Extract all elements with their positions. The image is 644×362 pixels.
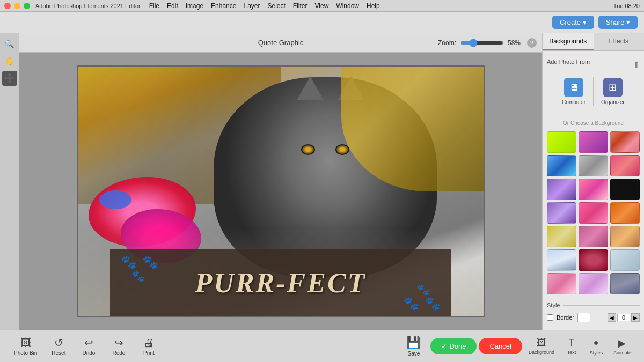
banner-text: PURR-FECT	[195, 267, 367, 299]
border-checkbox[interactable]	[547, 314, 553, 321]
bg-swatch-10[interactable]	[579, 202, 608, 224]
redo-label: Redo	[112, 350, 125, 356]
border-color-swatch[interactable]	[577, 313, 590, 322]
background-tool-button[interactable]: 🖼 Background	[524, 335, 559, 358]
bg-swatch-5[interactable]	[610, 155, 640, 176]
titlebar-right: Tue 08:20	[613, 3, 640, 9]
text-tool-label: Text	[567, 350, 576, 355]
minimize-button[interactable]	[14, 3, 20, 9]
organizer-source-button[interactable]: ⊞ Organizer	[598, 75, 628, 108]
animate-tool-label: Animate	[613, 350, 631, 356]
computer-icon: 🖥	[564, 78, 583, 97]
bg-swatch-20[interactable]	[610, 273, 640, 294]
menu-enhance[interactable]: Enhance	[208, 1, 239, 11]
menu-help[interactable]: Help	[363, 1, 383, 11]
canvas-title: Quote Graphic	[258, 39, 304, 47]
menu-image[interactable]: Image	[182, 1, 207, 11]
bg-swatch-11[interactable]	[610, 202, 640, 224]
action-bar: Create ▾ Share ▾	[0, 12, 644, 33]
menu-view[interactable]: View	[312, 1, 332, 11]
add-tool[interactable]: ➕	[2, 71, 17, 86]
share-button[interactable]: Share ▾	[598, 16, 638, 29]
bg-swatch-4[interactable]	[579, 155, 608, 176]
add-photo-section: Add Photo From ⬆ 🖥 Computer ⊞ Organizer	[547, 55, 640, 118]
left-toolbar: 🔍 ✋ ➕	[0, 33, 19, 330]
titlebar: Adobe Photoshop Elements 2021 Editor Fil…	[0, 0, 644, 12]
reset-icon: ↺	[54, 336, 63, 349]
photo-bin-icon: 🖼	[20, 337, 31, 349]
bg-swatch-18[interactable]	[547, 273, 576, 294]
bg-swatch-16[interactable]	[579, 249, 608, 271]
done-button[interactable]: ✓ Done	[430, 338, 477, 354]
bg-swatch-12[interactable]	[547, 226, 576, 247]
help-button[interactable]: ?	[527, 38, 537, 48]
close-button[interactable]	[4, 3, 11, 9]
panel-collapse-icon[interactable]: ⬆	[633, 60, 640, 70]
bg-swatch-19[interactable]	[579, 273, 608, 294]
photo-bin-button[interactable]: 🖼 Photo Bin	[9, 335, 42, 358]
text-tool-button[interactable]: T Text	[560, 335, 583, 358]
style-section: Style Border ◀ 0 ▶	[547, 299, 640, 326]
main-layout: 🔍 ✋ ➕ Quote Graphic Zoom: 58% ?	[0, 33, 644, 330]
panel-content: Add Photo From ⬆ 🖥 Computer ⊞ Organizer	[543, 51, 644, 330]
tab-effects[interactable]: Effects	[594, 33, 645, 50]
undo-label: Undo	[82, 350, 95, 356]
bottom-toolbar: 🖼 Photo Bin ↺ Reset ↩ Undo ↪ Redo 🖨 Prin…	[0, 330, 644, 362]
canvas-header: Quote Graphic Zoom: 58% ?	[19, 33, 542, 53]
quote-banner: 🐾 🐾 🐾 PURR-FECT 🐾 🐾 🐾	[110, 249, 451, 316]
photo-bin-label: Photo Bin	[14, 350, 37, 356]
create-button[interactable]: Create ▾	[552, 16, 594, 29]
background-tool-label: Background	[529, 350, 554, 355]
border-size-increment[interactable]: ▶	[631, 313, 640, 322]
zoom-slider[interactable]	[460, 39, 503, 47]
print-button[interactable]: 🖨 Print	[135, 335, 163, 358]
hand-tool[interactable]: ✋	[2, 54, 17, 69]
styles-tool-button[interactable]: ✦ Styles	[584, 335, 608, 358]
right-bottom-tools: 🖼 Background T Text ✦ Styles ▶ Animate	[524, 335, 635, 358]
cancel-button[interactable]: Cancel	[479, 338, 522, 354]
photo-sources: 🖥 Computer ⊞ Organizer	[547, 75, 640, 108]
bg-swatch-7[interactable]	[579, 179, 608, 200]
reset-button[interactable]: ↺ Reset	[45, 334, 72, 358]
bg-swatch-17[interactable]	[610, 249, 640, 271]
organizer-label: Organizer	[601, 99, 625, 105]
redo-button[interactable]: ↪ Redo	[105, 334, 133, 358]
zoom-tool[interactable]: 🔍	[2, 36, 17, 51]
save-icon: 💾	[406, 336, 421, 350]
bg-swatch-15[interactable]	[547, 249, 576, 271]
menu-bar: File Edit Image Enhance Layer Select Fil…	[146, 1, 383, 11]
bg-swatch-8[interactable]	[610, 179, 640, 200]
choose-bg-title: Or Choose a Background	[563, 120, 624, 126]
bg-swatch-14[interactable]	[610, 226, 640, 247]
menu-file[interactable]: File	[146, 1, 163, 11]
bg-swatch-1[interactable]	[579, 131, 608, 153]
undo-button[interactable]: ↩ Undo	[75, 334, 103, 358]
menu-window[interactable]: Window	[333, 1, 362, 11]
maximize-button[interactable]	[24, 3, 30, 9]
source-divider	[593, 77, 594, 106]
canvas-frame[interactable]: 🐾 🐾 🐾 PURR-FECT 🐾 🐾 🐾	[77, 65, 485, 317]
bg-swatch-6[interactable]	[547, 179, 576, 200]
menu-filter[interactable]: Filter	[290, 1, 311, 11]
organizer-icon: ⊞	[603, 78, 623, 97]
bg-swatch-3[interactable]	[547, 155, 576, 176]
menu-edit[interactable]: Edit	[164, 1, 181, 11]
menu-select[interactable]: Select	[265, 1, 289, 11]
bg-swatch-9[interactable]	[547, 202, 576, 224]
save-button[interactable]: 💾 Save	[399, 334, 428, 359]
done-checkmark-icon: ✓	[441, 342, 447, 350]
traffic-lights	[4, 3, 30, 9]
animate-tool-button[interactable]: ▶ Animate	[609, 335, 635, 358]
border-size-control: ◀ 0 ▶	[608, 313, 640, 322]
cancel-label: Cancel	[489, 342, 511, 350]
right-panel: Backgrounds Effects Add Photo From ⬆ 🖥 C…	[542, 33, 644, 330]
border-size-decrement[interactable]: ◀	[608, 313, 616, 322]
bg-swatch-13[interactable]	[579, 226, 608, 247]
undo-icon: ↩	[84, 336, 93, 349]
computer-source-button[interactable]: 🖥 Computer	[559, 75, 589, 108]
menu-layer[interactable]: Layer	[240, 1, 263, 11]
animate-tool-icon: ▶	[618, 337, 626, 349]
bg-swatch-0[interactable]	[547, 131, 576, 153]
bg-swatch-2[interactable]	[610, 131, 640, 153]
tab-backgrounds[interactable]: Backgrounds	[543, 33, 594, 50]
